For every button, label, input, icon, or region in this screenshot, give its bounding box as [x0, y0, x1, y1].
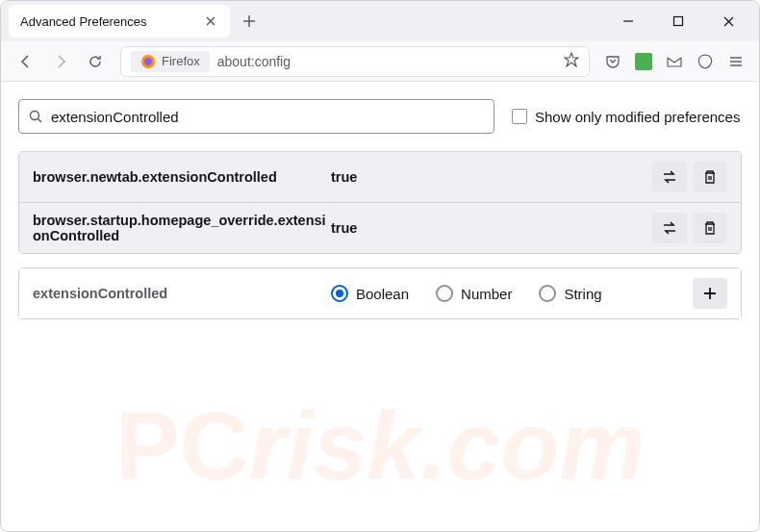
trash-icon [702, 220, 718, 236]
add-preference-row: extensionControlled Boolean Number Strin… [19, 268, 741, 318]
addr-label-text: Firefox [162, 54, 200, 68]
mail-icon[interactable] [661, 48, 688, 75]
pref-actions [652, 213, 727, 243]
back-button[interactable] [11, 46, 41, 77]
firefox-label: Firefox [131, 51, 210, 72]
radio-icon [436, 285, 453, 302]
preference-row[interactable]: browser.startup.homepage_override.extens… [19, 202, 741, 253]
search-input[interactable] [51, 109, 484, 125]
browser-window: Advanced Preferences [0, 0, 760, 532]
add-pref-name: extensionControlled [33, 286, 331, 301]
new-tab-button[interactable] [234, 6, 265, 37]
tab-title: Advanced Preferences [20, 14, 203, 29]
shield-icon[interactable] [692, 48, 719, 75]
toggle-icon [661, 168, 678, 186]
radio-boolean[interactable]: Boolean [331, 285, 409, 302]
minimize-button[interactable] [613, 6, 644, 37]
trash-icon [702, 169, 718, 185]
checkbox-icon [512, 109, 527, 124]
watermark: PCrisk.com [115, 391, 645, 502]
radio-icon [539, 285, 556, 302]
extension-icon[interactable] [630, 48, 657, 75]
radio-number[interactable]: Number [436, 285, 512, 302]
reload-button[interactable] [80, 46, 111, 77]
radio-label: Number [461, 286, 512, 302]
window-controls [613, 6, 751, 37]
modified-only-checkbox[interactable]: Show only modified preferences [512, 109, 740, 125]
forward-button[interactable] [45, 46, 76, 77]
address-bar[interactable]: Firefox about:config [120, 46, 590, 77]
content-area: Show only modified preferences browser.n… [1, 82, 759, 531]
search-row: Show only modified preferences [18, 99, 742, 134]
bookmark-star-icon[interactable] [564, 52, 579, 71]
delete-button[interactable] [693, 213, 727, 243]
pref-name: browser.newtab.extensionControlled [33, 169, 331, 185]
svg-point-3 [31, 111, 39, 119]
close-window-button[interactable] [713, 6, 744, 37]
toggle-icon [661, 219, 678, 237]
delete-button[interactable] [693, 162, 727, 192]
pref-actions [652, 162, 727, 192]
firefox-icon [140, 54, 156, 69]
pref-value: true [331, 220, 652, 236]
titlebar: Advanced Preferences [1, 1, 759, 41]
pocket-icon[interactable] [599, 48, 626, 75]
checkbox-label: Show only modified preferences [535, 109, 740, 125]
radio-label: String [564, 286, 601, 302]
radio-label: Boolean [356, 286, 409, 302]
radio-icon [331, 285, 348, 302]
search-box[interactable] [18, 99, 494, 134]
svg-rect-0 [674, 17, 683, 26]
close-tab-icon[interactable] [203, 13, 218, 29]
preference-row[interactable]: browser.newtab.extensionControlled true [19, 152, 741, 202]
add-preference-table: extensionControlled Boolean Number Strin… [18, 267, 742, 319]
plus-icon [702, 286, 718, 301]
url-text: about:config [217, 54, 556, 69]
toolbar: Firefox about:config [1, 41, 759, 82]
search-icon [29, 110, 43, 124]
menu-button[interactable] [722, 48, 749, 75]
toggle-button[interactable] [652, 162, 687, 192]
pref-name: browser.startup.homepage_override.extens… [33, 213, 331, 243]
toggle-button[interactable] [652, 213, 687, 243]
add-actions [693, 278, 727, 309]
pref-value: true [331, 169, 652, 185]
preferences-table: browser.newtab.extensionControlled true … [18, 151, 742, 254]
add-button[interactable] [693, 278, 727, 309]
radio-string[interactable]: String [539, 285, 601, 302]
svg-point-2 [144, 58, 152, 65]
browser-tab[interactable]: Advanced Preferences [9, 5, 230, 38]
maximize-button[interactable] [663, 6, 694, 37]
type-options: Boolean Number String [331, 285, 693, 302]
